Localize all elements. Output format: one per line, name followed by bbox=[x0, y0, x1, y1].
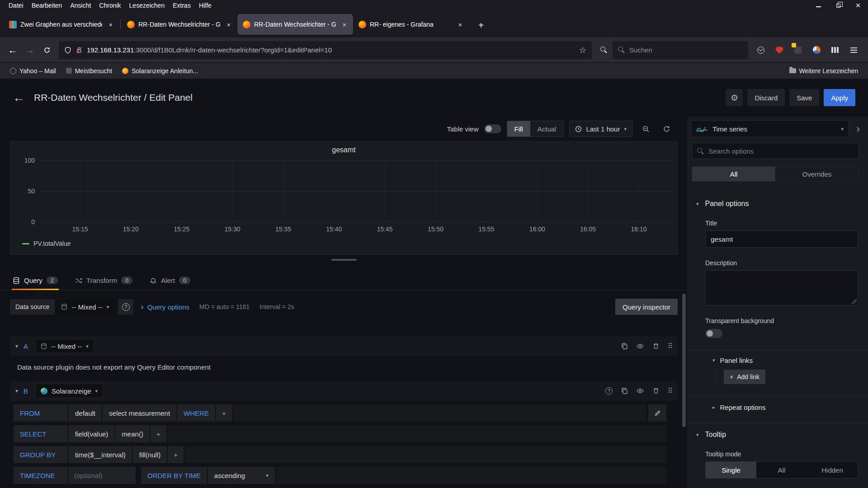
browser-tab-3-active[interactable]: RR-Daten Wechselrichter - Graf × bbox=[237, 14, 353, 35]
help-icon[interactable]: ? bbox=[605, 387, 613, 394]
browser-tab-2[interactable]: RR-Daten Wechselrichter - Graf × bbox=[122, 14, 237, 35]
panel-settings-button[interactable]: ⚙ bbox=[726, 89, 743, 106]
tab-all[interactable]: All bbox=[692, 167, 775, 181]
repeat-options-section[interactable]: ▸ Repeat options bbox=[688, 404, 868, 411]
grid-icon[interactable] bbox=[828, 43, 842, 57]
tooltip-all-option[interactable]: All bbox=[756, 462, 807, 478]
from-default-segment[interactable]: default bbox=[69, 404, 102, 422]
menu-chronik[interactable]: Chronik bbox=[95, 0, 125, 11]
query-options-link[interactable]: Query options bbox=[147, 303, 189, 311]
chevron-right-icon[interactable]: › bbox=[141, 302, 143, 312]
insecure-lock-icon[interactable] bbox=[75, 47, 83, 54]
new-tab-button[interactable]: + bbox=[473, 18, 489, 33]
bookmark-yahoo[interactable]: Yahoo – Mail bbox=[6, 66, 60, 76]
tab-overrides[interactable]: Overrides bbox=[775, 167, 859, 181]
back-button[interactable]: ← bbox=[5, 42, 21, 58]
panel-title-input[interactable] bbox=[705, 230, 858, 248]
chart-panel[interactable]: gesamt 100 50 0 bbox=[10, 141, 678, 255]
fill-null-segment[interactable]: fill(null) bbox=[133, 446, 167, 463]
menu-bearbeiten[interactable]: Bearbeiten bbox=[28, 0, 66, 11]
duplicate-icon[interactable] bbox=[621, 387, 628, 394]
tooltip-hidden-option[interactable]: Hidden bbox=[807, 462, 858, 478]
eye-icon[interactable] bbox=[636, 387, 644, 394]
tab-transform[interactable]: Transform 0 bbox=[74, 277, 133, 290]
mean-segment[interactable]: mean() bbox=[115, 425, 150, 442]
add-condition-button[interactable]: + bbox=[216, 404, 232, 422]
drag-handle-icon[interactable]: ⠿ bbox=[668, 342, 672, 350]
minimize-button[interactable] bbox=[808, 0, 828, 11]
timezone-input[interactable] bbox=[69, 467, 136, 484]
apply-button[interactable]: Apply bbox=[824, 89, 855, 106]
fill-button[interactable]: Fill bbox=[507, 121, 530, 136]
duplicate-icon[interactable] bbox=[621, 343, 628, 350]
tooltip-section[interactable]: ▾ Tooltip bbox=[688, 431, 868, 439]
collapse-sidebar-button[interactable]: › bbox=[851, 120, 865, 137]
resize-grip-icon[interactable] bbox=[852, 299, 857, 304]
trash-icon[interactable] bbox=[652, 343, 660, 350]
add-groupby-button[interactable]: + bbox=[168, 446, 184, 463]
where-keyword[interactable]: WHERE bbox=[177, 404, 215, 422]
close-button[interactable]: × bbox=[848, 0, 868, 11]
tampermonkey-icon[interactable] bbox=[791, 43, 805, 57]
query-a-header[interactable]: ▾ A -- Mixed -- ▾ ⠿ bbox=[10, 336, 678, 356]
time-interval-segment[interactable]: time($__interval) bbox=[69, 446, 132, 463]
drag-handle-icon[interactable]: ⠿ bbox=[668, 387, 672, 395]
save-button[interactable]: Save bbox=[789, 89, 819, 106]
time-range-picker[interactable]: Last 1 hour ▾ bbox=[569, 121, 632, 137]
datasource-help-button[interactable]: ? bbox=[118, 299, 133, 314]
menu-datei[interactable]: Datei bbox=[5, 0, 28, 11]
query-a-datasource-picker[interactable]: -- Mixed -- ▾ bbox=[35, 339, 94, 353]
url-bar[interactable]: 192.168.13.231:3000/d/f1B0Ldrnk/rr-daten… bbox=[59, 41, 592, 59]
viz-type-select[interactable]: Time series ▾ bbox=[691, 120, 849, 137]
search-bar[interactable]: Suchen bbox=[613, 41, 748, 59]
tab-close-icon[interactable]: × bbox=[455, 19, 465, 29]
restore-button[interactable] bbox=[828, 0, 848, 11]
pocket-icon[interactable] bbox=[754, 43, 768, 57]
extension-icon[interactable] bbox=[809, 43, 824, 57]
orderby-select[interactable]: ascending ▾ bbox=[208, 467, 275, 484]
collapse-icon[interactable]: ▾ bbox=[15, 388, 18, 394]
select-measurement-segment[interactable]: select measurement bbox=[103, 404, 176, 422]
discard-button[interactable]: Discard bbox=[747, 89, 785, 106]
shield-icon[interactable] bbox=[64, 47, 71, 54]
page-search-button[interactable] bbox=[595, 42, 612, 58]
actual-button[interactable]: Actual bbox=[530, 121, 564, 136]
panel-splitter[interactable] bbox=[0, 255, 688, 265]
groupby-keyword[interactable]: GROUP BY bbox=[14, 446, 68, 463]
tab-close-icon[interactable]: × bbox=[106, 19, 116, 29]
transparent-background-toggle[interactable] bbox=[705, 329, 722, 338]
raw-query-toggle-button[interactable] bbox=[648, 404, 666, 422]
menu-lesezeichen[interactable]: Lesezeichen bbox=[125, 0, 169, 11]
description-textarea[interactable] bbox=[705, 270, 858, 305]
trash-icon[interactable] bbox=[652, 387, 660, 394]
tooltip-single-option[interactable]: Single bbox=[706, 462, 756, 478]
eye-icon[interactable] bbox=[636, 343, 644, 350]
collapse-icon[interactable]: ▾ bbox=[15, 343, 18, 349]
options-search-input[interactable]: Search options bbox=[692, 143, 859, 159]
field-segment[interactable]: field(value) bbox=[69, 425, 114, 442]
tab-close-icon[interactable]: × bbox=[224, 19, 234, 29]
bookmark-solaranzeige[interactable]: Solaranzeige Anleitun... bbox=[118, 66, 202, 76]
menu-ansicht[interactable]: Ansicht bbox=[66, 0, 95, 11]
ublock-icon[interactable] bbox=[772, 43, 787, 57]
table-view-toggle[interactable] bbox=[484, 124, 501, 133]
refresh-button[interactable] bbox=[659, 121, 674, 136]
tab-query[interactable]: Query 2 bbox=[12, 277, 59, 290]
zoom-out-button[interactable] bbox=[638, 121, 653, 136]
forward-button[interactable]: → bbox=[22, 42, 38, 58]
menu-icon[interactable] bbox=[846, 43, 861, 57]
panel-links-section[interactable]: ▾ Panel links bbox=[688, 357, 868, 364]
from-keyword[interactable]: FROM bbox=[14, 404, 68, 422]
bookmark-star-icon[interactable]: ☆ bbox=[579, 45, 586, 55]
scrollbar[interactable] bbox=[682, 294, 686, 427]
browser-tab-4[interactable]: RR- eigenes - Grafana × bbox=[353, 14, 469, 35]
bookmark-other-folder[interactable]: Weitere Lesezeichen bbox=[786, 66, 862, 76]
menu-hilfe[interactable]: Hilfe bbox=[195, 0, 216, 11]
menu-extras[interactable]: Extras bbox=[169, 0, 195, 11]
tab-close-icon[interactable]: × bbox=[340, 19, 349, 29]
back-arrow-icon[interactable]: ← bbox=[13, 91, 25, 105]
query-b-header[interactable]: ▾ B Solaranzeige ▾ ? ⠿ bbox=[10, 381, 678, 401]
query-b-datasource-picker[interactable]: Solaranzeige ▾ bbox=[35, 384, 103, 398]
tab-alert[interactable]: Alert 0 bbox=[149, 277, 191, 290]
legend-label[interactable]: PV.totalValue bbox=[33, 240, 71, 247]
